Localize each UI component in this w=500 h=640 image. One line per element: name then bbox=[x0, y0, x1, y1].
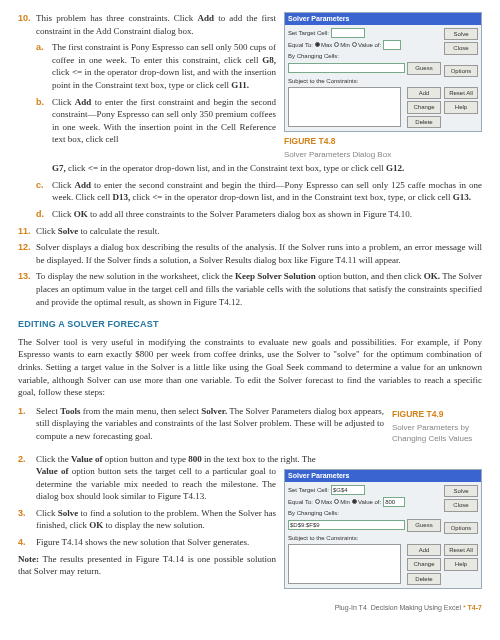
step-10c: c. Click Add to enter the second constra… bbox=[36, 179, 482, 204]
close-button[interactable]: Close bbox=[444, 42, 478, 54]
delete-button-2[interactable]: Delete bbox=[407, 573, 441, 585]
radio-min[interactable]: Min bbox=[334, 41, 350, 49]
edit-step-2-cont: 2. Value of option button sets the targe… bbox=[18, 465, 276, 503]
step-num: 10. bbox=[18, 12, 32, 37]
changing-cells-field-2[interactable]: $D$9:$F$9 bbox=[288, 520, 405, 530]
label-constraints: Subject to the Constraints: bbox=[288, 77, 358, 85]
resetall-button[interactable]: Reset All bbox=[444, 87, 478, 99]
solver-title: Solver Parameters bbox=[285, 13, 481, 25]
radio-max[interactable]: Max bbox=[315, 41, 332, 49]
changing-cells-field[interactable] bbox=[288, 63, 405, 73]
add-button-2[interactable]: Add bbox=[407, 544, 441, 556]
step-11: 11. Click Solve to calculate the result. bbox=[18, 225, 482, 238]
change-button[interactable]: Change bbox=[407, 101, 441, 113]
label-changing: By Changing Cells: bbox=[288, 52, 339, 60]
valueof-field-2[interactable]: 800 bbox=[383, 497, 405, 507]
edit-step-2-top: 2. Click the Value of option button and … bbox=[18, 453, 482, 466]
step-text: This problem has three constraints. Clic… bbox=[36, 12, 276, 37]
close-button-2[interactable]: Close bbox=[444, 499, 478, 511]
valueof-field[interactable] bbox=[383, 40, 401, 50]
constraints-box[interactable] bbox=[288, 87, 401, 127]
constraints-box-2[interactable] bbox=[288, 544, 401, 584]
edit-step-3: 3. Click Solve to find a solution to the… bbox=[18, 507, 276, 532]
solver-panel-1: Solver Parameters Set Target Cell: Equal… bbox=[284, 12, 482, 132]
solve-button[interactable]: Solve bbox=[444, 28, 478, 40]
equal-to-row: Equal To: Max Min Value of: bbox=[288, 40, 441, 50]
radio-min-2[interactable]: Min bbox=[334, 498, 350, 506]
step-10b-part2: b. G7, click <= in the operator drop-dow… bbox=[36, 162, 482, 175]
help-button[interactable]: Help bbox=[444, 101, 478, 113]
step-10a: a. The first constraint is Pony Espresso… bbox=[36, 41, 276, 91]
step-12: 12. Solver displays a dialog box describ… bbox=[18, 241, 482, 266]
edit-step-1: 1. Select Tools from the main menu, then… bbox=[18, 405, 384, 443]
radio-valueof[interactable]: Value of: bbox=[352, 41, 381, 49]
help-button-2[interactable]: Help bbox=[444, 558, 478, 570]
options-button-2[interactable]: Options bbox=[444, 522, 478, 534]
options-button[interactable]: Options bbox=[444, 65, 478, 77]
guess-button-2[interactable]: Guess bbox=[407, 519, 441, 531]
target-cell-field-2[interactable]: $G$4 bbox=[331, 485, 365, 495]
intro-para: The Solver tool is very useful in modify… bbox=[18, 336, 482, 399]
step-13: 13. To display the new solution in the w… bbox=[18, 270, 482, 308]
step-10b-part1: b. Click Add to enter the first constrai… bbox=[36, 96, 276, 146]
edit-step-4: 4. Figure T4.14 shows the new solution t… bbox=[18, 536, 276, 549]
resetall-button-2[interactable]: Reset All bbox=[444, 544, 478, 556]
step-10d: d. Click OK to add all three constraints… bbox=[36, 208, 482, 221]
label-target: Set Target Cell: bbox=[288, 29, 329, 37]
note-para: Note: The results presented in Figure T4… bbox=[18, 553, 276, 578]
solver-title-2: Solver Parameters bbox=[285, 470, 481, 482]
step-10: 10. This problem has three constraints. … bbox=[18, 12, 276, 37]
radio-max-2[interactable]: Max bbox=[315, 498, 332, 506]
delete-button[interactable]: Delete bbox=[407, 116, 441, 128]
solver-panel-2: Solver Parameters Set Target Cell:$G$4 E… bbox=[284, 469, 482, 589]
change-button-2[interactable]: Change bbox=[407, 558, 441, 570]
figure-caption-9: FIGURE T4.9 Solver Parameters by Changin… bbox=[392, 409, 482, 444]
guess-button[interactable]: Guess bbox=[407, 62, 441, 74]
target-cell-field[interactable] bbox=[331, 28, 365, 38]
section-heading: EDITING A SOLVER FORECAST bbox=[18, 318, 482, 331]
add-button[interactable]: Add bbox=[407, 87, 441, 99]
figure-caption-8: FIGURE T4.8 Solver Parameters Dialog Box bbox=[284, 136, 482, 160]
page-footer: Plug-In T4 Decision Making Using Excel *… bbox=[18, 603, 482, 613]
solve-button-2[interactable]: Solve bbox=[444, 485, 478, 497]
radio-valueof-2[interactable]: Value of: bbox=[352, 498, 381, 506]
